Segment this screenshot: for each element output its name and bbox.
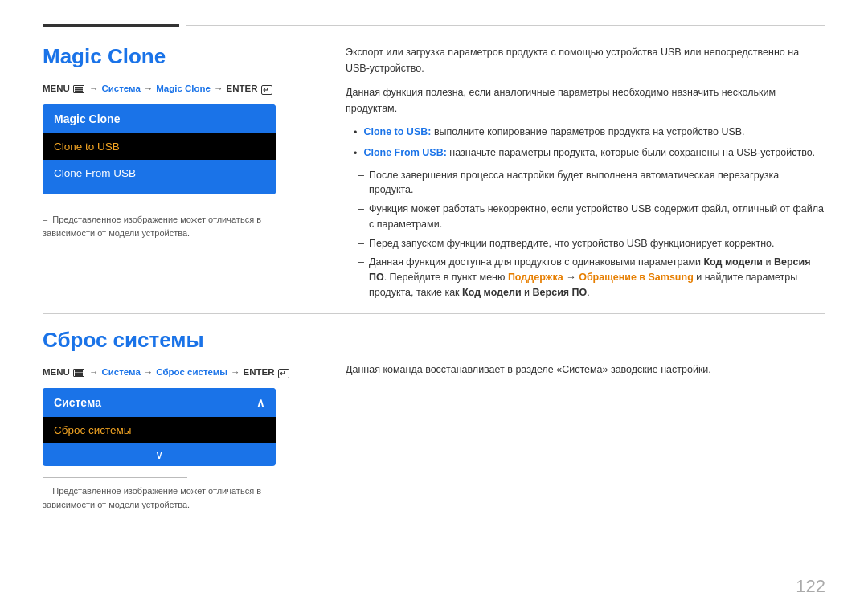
enter-label-2: ENTER bbox=[244, 367, 275, 377]
dash-item-3: – Перед запуском функции подтвердите, чт… bbox=[358, 236, 825, 251]
intro-text: Экспорт или загрузка параметров продукта… bbox=[346, 44, 825, 76]
bullet-item-1: • Clone to USB: выполните копирование па… bbox=[354, 125, 825, 141]
menu-icon-2 bbox=[73, 369, 84, 377]
mid-separator bbox=[43, 313, 825, 314]
chevron-down-icon: ∨ bbox=[43, 443, 276, 466]
kod-modeli-bold-1: Код модели bbox=[703, 256, 763, 268]
enter-icon-2 bbox=[278, 369, 289, 378]
dash-4: – bbox=[358, 255, 364, 300]
section2-left-col: Сброс системы MENU → Система → Сброс сис… bbox=[43, 328, 316, 511]
bullet-list: • Clone to USB: выполните копирование па… bbox=[354, 125, 825, 161]
menu-label-1: MENU bbox=[43, 84, 70, 93]
dash-text-3: Перед запуском функции подтвердите, что … bbox=[369, 236, 775, 251]
sistema-ui-box: Система ∧ Сброс системы ∨ bbox=[43, 388, 276, 466]
page-number: 122 bbox=[796, 576, 825, 597]
section1-right-col: Экспорт или загрузка параметров продукта… bbox=[346, 44, 825, 304]
ui-box-title-1: Magic Clone bbox=[43, 104, 276, 133]
arrow-4: → bbox=[89, 367, 99, 377]
sbros-title: Сброс системы bbox=[43, 328, 316, 353]
enter-label-1: ENTER bbox=[227, 84, 258, 93]
note-text-1: – Представленное изображение может отлич… bbox=[43, 213, 316, 239]
podderjka-orange: Поддержка bbox=[508, 272, 563, 283]
bullet-text-1: Clone to USB: выполните копирование пара… bbox=[363, 125, 744, 141]
page-container: Magic Clone MENU → Система → Magic Clone… bbox=[0, 0, 868, 613]
menu-path-2: MENU → Система → Сброс системы → ENTER bbox=[43, 367, 316, 377]
note-text-2: – Представленное изображение может отлич… bbox=[43, 484, 316, 511]
bullet-text-2: Clone From USB: назначьте параметры прод… bbox=[363, 145, 815, 161]
magic-clone-title: Magic Clone bbox=[43, 44, 316, 69]
arrow-2: → bbox=[144, 84, 154, 93]
obrashenie-orange: Обращение в Samsung bbox=[579, 272, 694, 283]
clone-from-usb-bold: Clone From USB: bbox=[363, 147, 446, 158]
note-content-1: Представленное изображение может отличат… bbox=[43, 215, 261, 238]
ui-box2-title: Система ∧ bbox=[43, 388, 276, 417]
dash-text-2: Функция может работать некорректно, если… bbox=[369, 202, 825, 232]
versiya-po-bold-2: Версия ПО bbox=[533, 287, 588, 298]
menu-label-2: MENU bbox=[43, 367, 70, 377]
magic-clone-ui-box: Magic Clone Clone to USB Clone From USB bbox=[43, 104, 276, 194]
dash-item-1: – После завершения процесса настройки бу… bbox=[358, 168, 825, 198]
arrow-1: → bbox=[89, 84, 99, 93]
divider-2 bbox=[43, 477, 187, 478]
dash-2: – bbox=[358, 202, 364, 232]
arrow-3: → bbox=[214, 84, 223, 93]
arrow-6: → bbox=[231, 367, 240, 377]
dash-3: – bbox=[358, 236, 364, 251]
note-content-2: Представленное изображение может отличат… bbox=[43, 486, 261, 509]
enter-icon-1 bbox=[261, 85, 272, 95]
sbros-item[interactable]: Сброс системы bbox=[43, 417, 276, 443]
system-label-2: Система bbox=[101, 367, 140, 377]
bullet-dot-1: • bbox=[354, 125, 357, 141]
section1-left-col: Magic Clone MENU → Система → Magic Clone… bbox=[43, 44, 316, 239]
dash-1: – bbox=[358, 168, 364, 198]
dash-item-4: – Данная функция доступна для продуктов … bbox=[358, 255, 825, 300]
clone-to-usb-item[interactable]: Clone to USB bbox=[43, 133, 276, 160]
bullet-item-2: • Clone From USB: назначьте параметры пр… bbox=[354, 145, 825, 161]
top-line-dark bbox=[43, 24, 179, 27]
arrow-5: → bbox=[144, 367, 154, 377]
section2-right-col: Данная команда восстанавливает в разделе… bbox=[346, 362, 825, 386]
clone-label: Magic Clone bbox=[156, 84, 211, 93]
sistema-title-text: Система bbox=[54, 396, 101, 409]
dash-item-2: – Функция может работать некорректно, ес… bbox=[358, 202, 825, 232]
top-decorative-lines bbox=[43, 24, 825, 27]
bullet-dot-2: • bbox=[354, 146, 357, 161]
dash-text-1: После завершения процесса настройки буде… bbox=[369, 168, 825, 198]
dash-text-4: Данная функция доступна для продуктов с … bbox=[369, 255, 825, 300]
sbros-desc-text: Данная команда восстанавливает в разделе… bbox=[346, 362, 825, 378]
menu-path-1: MENU → Система → Magic Clone → ENTER bbox=[43, 84, 316, 93]
kod-modeli-bold-2: Код модели bbox=[462, 287, 522, 298]
clone-to-usb-desc: выполните копирование параметров продукт… bbox=[434, 126, 745, 137]
clone-to-usb-bold: Clone to USB: bbox=[363, 126, 431, 137]
clone-from-usb-item[interactable]: Clone From USB bbox=[43, 160, 276, 186]
note-dash-2: – bbox=[43, 486, 47, 496]
note-dash-1: – bbox=[43, 215, 47, 224]
para2-text: Данная функция полезна, если аналогичные… bbox=[346, 84, 825, 116]
menu-icon-1 bbox=[73, 85, 84, 93]
top-line-light bbox=[186, 25, 825, 26]
divider-1 bbox=[43, 206, 187, 206]
clone-from-usb-desc: назначьте параметры продукта, которые бы… bbox=[449, 147, 815, 158]
sbros-menu-label: Сброс системы bbox=[156, 367, 227, 377]
system-label-1: Система bbox=[101, 84, 140, 93]
chevron-up-icon: ∧ bbox=[256, 396, 264, 409]
